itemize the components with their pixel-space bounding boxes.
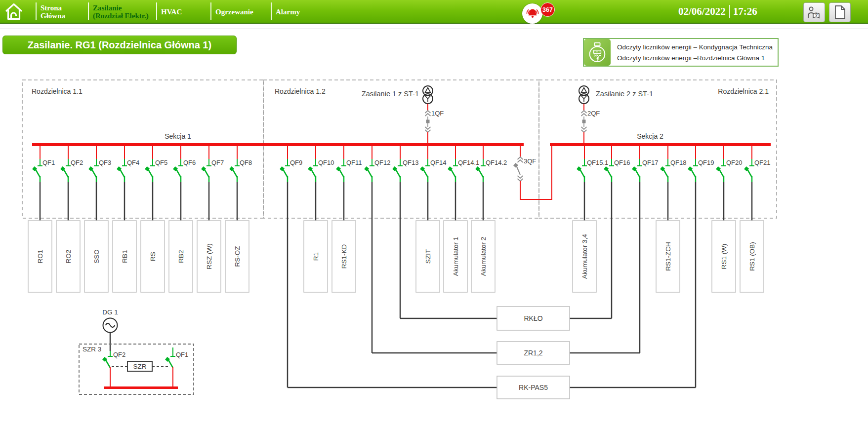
bus-tie-label: 3QF xyxy=(524,157,536,165)
breaker-QF5[interactable]: QF5 xyxy=(145,146,167,221)
load-box-RO2[interactable]: RO2 xyxy=(56,221,80,292)
load-box-RS1-ZCH[interactable]: RS1-ZCH xyxy=(656,221,680,292)
breaker-QF6[interactable]: QF6 xyxy=(173,146,196,221)
section-label: Rozdzielnica 1.2 xyxy=(275,87,326,95)
breaker-label: QF1 xyxy=(176,351,188,358)
breaker-QF3[interactable]: QF3 xyxy=(88,146,111,221)
breaker-QF20[interactable]: QF20 xyxy=(716,146,742,221)
breaker-QF15.1[interactable]: QF15.1 xyxy=(577,146,608,221)
load-box-Akumulator 3,4[interactable]: Akumulator 3,4 xyxy=(573,221,596,292)
load-box-SSO[interactable]: SSO xyxy=(84,221,108,292)
switchgear-section-outline xyxy=(22,80,263,218)
load-box-label: RS1-KD xyxy=(340,244,348,269)
load-box-SZIT[interactable]: SZIT xyxy=(416,221,440,292)
drawout-arrow-down-icon xyxy=(425,127,431,132)
load-box-RS1-KD[interactable]: RS1-KD xyxy=(332,221,356,292)
switchgear-section-outline xyxy=(263,80,539,218)
drawout-arrow-down-icon xyxy=(518,176,523,181)
breaker-QF11[interactable]: QF11 xyxy=(336,146,362,221)
breaker-QF7[interactable]: QF7 xyxy=(201,146,224,221)
feeder-1QF[interactable]: Zasilanie 1 z ST-11QF xyxy=(362,86,444,144)
load-box-RSZ (W)[interactable]: RSZ (W) xyxy=(197,221,221,292)
dist-box-RKŁO[interactable]: RKŁO xyxy=(497,307,570,330)
breaker-QF14[interactable]: QF14 xyxy=(420,146,446,221)
load-box-RB1[interactable]: RB1 xyxy=(113,221,136,292)
load-box-label: RS1 (W) xyxy=(720,244,728,270)
load-box-label: Akumulator 3,4 xyxy=(581,234,588,279)
dist-box-label: RK-PAS5 xyxy=(519,384,548,391)
feeder-name: Zasilanie 1 z ST-1 xyxy=(362,90,419,98)
bus-tie-3QF[interactable]: 3QF xyxy=(513,146,552,199)
load-box-RS[interactable]: RS xyxy=(141,221,165,292)
genset-area: DG 1SZR 3QF2QF1SZR xyxy=(79,308,194,394)
breaker-QF16[interactable]: QF16 xyxy=(604,146,630,318)
breaker-QF12[interactable]: QF12 xyxy=(364,146,390,353)
breaker-label: QF21 xyxy=(754,159,771,166)
breaker-QF2[interactable]: QF2 xyxy=(60,146,83,221)
load-box-RS1 (W)[interactable]: RS1 (W) xyxy=(712,221,736,292)
breaker-label: QF7 xyxy=(211,159,224,166)
drawout-arrow-up-icon xyxy=(581,111,587,116)
load-box-RO1[interactable]: RO1 xyxy=(28,221,52,292)
breaker-label: QF2 xyxy=(71,159,83,166)
dist-box-label: RKŁO xyxy=(524,314,542,322)
breaker-QF8[interactable]: QF8 xyxy=(229,146,252,221)
load-box-RS1 (OB)[interactable]: RS1 (OB) xyxy=(740,221,764,292)
wye-winding-icon xyxy=(581,96,586,102)
genset-busbar xyxy=(104,386,178,389)
load-box-label: RS-OZ xyxy=(234,246,241,267)
drawout-arrow-up-icon xyxy=(518,157,523,162)
breaker-label: QF14.1 xyxy=(458,159,479,166)
breaker-label: QF19 xyxy=(698,159,714,166)
breaker-label: QF5 xyxy=(155,159,167,166)
busbar-label: Sekcja 1 xyxy=(165,132,191,140)
bus-tie-wire xyxy=(520,146,552,199)
breaker-QF21[interactable]: QF21 xyxy=(744,146,770,221)
load-box-label: RSZ (W) xyxy=(206,243,213,269)
breaker-QF14.1[interactable]: QF14.1 xyxy=(448,146,479,221)
load-box-RB2[interactable]: RB2 xyxy=(169,221,193,292)
breaker-QF1[interactable]: QF1 xyxy=(32,146,55,221)
load-box-R1[interactable]: R1 xyxy=(304,221,328,292)
feeder-breaker-label: 2QF xyxy=(587,110,600,117)
breaker-label: QF11 xyxy=(346,159,362,166)
breaker-QF10[interactable]: QF10 xyxy=(308,146,334,221)
breaker-label: QF3 xyxy=(99,159,111,166)
breaker-label: QF15.1 xyxy=(587,159,608,166)
section-label: Rozdzielnica 1.1 xyxy=(32,87,83,95)
busbar-label: Sekcja 2 xyxy=(637,132,663,140)
load-box-label: SSO xyxy=(93,249,100,264)
breaker-QF13[interactable]: QF13 xyxy=(392,146,418,318)
szr-relay-box[interactable]: SZR xyxy=(127,361,152,371)
breaker-QF14.2[interactable]: QF14.2 xyxy=(475,146,507,221)
genset-breaker-QF2[interactable]: QF2 xyxy=(102,351,125,386)
load-box-RS-OZ[interactable]: RS-OZ xyxy=(225,221,249,292)
drawout-arrow-down-icon xyxy=(581,127,587,132)
breaker-label: QF4 xyxy=(127,159,139,166)
load-box-label: RO2 xyxy=(65,250,72,264)
switchgear-section-outline xyxy=(539,80,777,218)
breaker-QF17[interactable]: QF17 xyxy=(632,146,658,353)
load-box-Akumulator 2[interactable]: Akumulator 2 xyxy=(471,221,495,292)
load-box-label: SZIT xyxy=(424,249,432,264)
breaker-label: QF6 xyxy=(183,159,196,166)
breaker-label: QF18 xyxy=(670,159,687,166)
szr-box-label: SZR xyxy=(133,363,147,370)
breaker-label: QF16 xyxy=(614,159,630,166)
breaker-QF4[interactable]: QF4 xyxy=(117,146,139,221)
dist-box-RK-PAS5[interactable]: RK-PAS5 xyxy=(497,376,570,399)
breaker-QF18[interactable]: QF18 xyxy=(660,146,686,221)
breaker-label: QF8 xyxy=(240,159,252,166)
load-box-label: R1 xyxy=(312,252,320,261)
breaker-label: QF17 xyxy=(642,159,659,166)
genset-breaker-QF1[interactable]: QF1 xyxy=(165,347,188,386)
load-box-Akumulator 1[interactable]: Akumulator 1 xyxy=(444,221,467,292)
load-box-label: RS1 (OB) xyxy=(748,242,756,271)
breaker-QF9[interactable]: QF9 xyxy=(280,146,302,387)
breaker-label: QF13 xyxy=(403,159,419,166)
feeder-name: Zasilanie 2 z ST-1 xyxy=(596,90,653,98)
breaker-QF19[interactable]: QF19 xyxy=(688,146,714,387)
dist-box-ZR1,2[interactable]: ZR1,2 xyxy=(497,342,570,364)
load-box-label: Akumulator 2 xyxy=(480,237,487,276)
load-box-label: RS1-ZCH xyxy=(664,242,672,271)
